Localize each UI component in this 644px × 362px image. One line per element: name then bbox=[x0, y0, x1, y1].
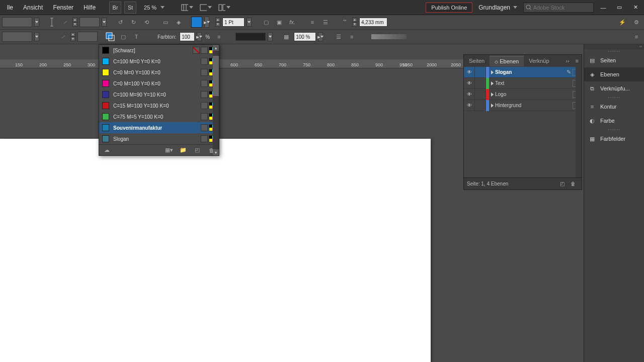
new-layer-icon[interactable]: ◰ bbox=[556, 178, 568, 190]
fill-swatch[interactable] bbox=[191, 17, 202, 28]
expand-icon[interactable] bbox=[491, 104, 494, 108]
para-style-field[interactable] bbox=[2, 32, 32, 42]
zoom-level[interactable]: 25 % bbox=[144, 5, 165, 11]
dock-item-swatches[interactable]: ▦Farbfelder bbox=[584, 132, 644, 146]
publish-online-button[interactable]: Publish Online bbox=[426, 3, 472, 13]
expand-icon[interactable] bbox=[491, 81, 494, 85]
value-spinner[interactable]: ▲▼ bbox=[70, 32, 75, 41]
collapse-icon[interactable]: ›› bbox=[562, 56, 572, 66]
lock-toggle[interactable] bbox=[475, 78, 486, 89]
visibility-toggle[interactable] bbox=[464, 89, 475, 100]
close-icon[interactable]: ✕ bbox=[629, 3, 642, 12]
dropdown-icon[interactable] bbox=[102, 18, 107, 27]
search-input[interactable] bbox=[533, 5, 591, 11]
rotate-cw-icon[interactable]: ↻ bbox=[128, 17, 139, 28]
new-group-icon[interactable]: ▦▾ bbox=[164, 145, 175, 156]
stroke-weight-input[interactable]: 1 Pt bbox=[222, 18, 245, 27]
layer-row[interactable]: Hintergrund bbox=[464, 100, 582, 111]
dock-item-pages[interactable]: ▤Seiten bbox=[584, 53, 644, 67]
expand-icon[interactable] bbox=[491, 70, 494, 74]
workspace-switcher[interactable]: Grundlagen bbox=[475, 4, 520, 11]
flash-icon[interactable]: ⚡ bbox=[617, 17, 628, 28]
value-field[interactable] bbox=[79, 17, 100, 27]
arrange-icon[interactable] bbox=[218, 2, 230, 14]
text-wrap-icon[interactable]: ☰ bbox=[320, 17, 331, 28]
select-container-icon[interactable]: ▭ bbox=[160, 17, 171, 28]
visibility-toggle[interactable] bbox=[464, 67, 475, 78]
tab-pages[interactable]: Seiten bbox=[464, 56, 490, 66]
crop-icon[interactable]: ⺌ bbox=[339, 17, 350, 28]
dock-item-color[interactable]: ◐Farbe bbox=[584, 114, 644, 128]
stock-search[interactable] bbox=[523, 3, 594, 13]
panel-menu-icon[interactable]: ≡ bbox=[631, 31, 642, 42]
swatch-row[interactable]: C=15 M=100 Y=100 K=0 bbox=[99, 100, 219, 111]
swatch-row[interactable]: [Schwarz] bbox=[99, 45, 219, 56]
document-page[interactable] bbox=[0, 139, 431, 362]
panel-menu-icon[interactable]: ≡ bbox=[573, 56, 582, 66]
value-field[interactable] bbox=[77, 32, 98, 42]
layer-name[interactable]: Slogan bbox=[489, 69, 565, 75]
lock-toggle[interactable] bbox=[475, 67, 486, 78]
dropdown-icon[interactable] bbox=[34, 32, 39, 41]
tab-links[interactable]: Verknüp bbox=[524, 56, 554, 66]
panel-menu-icon[interactable]: ≡ bbox=[213, 31, 224, 42]
bridge-icon[interactable]: Br bbox=[109, 2, 121, 14]
layer-row[interactable]: Text bbox=[464, 78, 582, 89]
char-style-field[interactable] bbox=[2, 17, 32, 27]
maximize-icon[interactable]: ▭ bbox=[613, 3, 626, 12]
menu-item[interactable]: Ansicht bbox=[18, 2, 48, 13]
swatch-row[interactable]: C=100 M=0 Y=0 K=0 bbox=[99, 56, 219, 67]
tint-dropdown[interactable]: ▸ bbox=[197, 32, 202, 41]
visibility-toggle[interactable] bbox=[464, 78, 475, 89]
opacity-dropdown[interactable]: ▸ bbox=[318, 32, 323, 41]
measure-spinner[interactable]: ▲▼ bbox=[352, 18, 357, 27]
swatch-row[interactable]: C=100 M=90 Y=10 K=0 bbox=[99, 89, 219, 100]
select-content-icon[interactable]: ◈ bbox=[173, 17, 184, 28]
stroke-style[interactable] bbox=[235, 33, 266, 41]
opacity-input[interactable]: 100 % bbox=[294, 32, 316, 41]
value-spinner[interactable]: ▲▼ bbox=[72, 18, 77, 27]
swatch-row[interactable]: C=75 M=5 Y=100 K=0 bbox=[99, 111, 219, 122]
cloud-icon[interactable]: ☁ bbox=[101, 145, 112, 156]
folder-icon[interactable]: 📁 bbox=[178, 145, 189, 156]
menu-item[interactable]: Fenster bbox=[48, 2, 78, 13]
slider[interactable] bbox=[371, 34, 407, 39]
trash-icon[interactable]: 🗑 bbox=[568, 178, 579, 190]
flip-icon[interactable]: ⟲ bbox=[141, 17, 152, 28]
constrain-icon[interactable] bbox=[46, 17, 57, 28]
fill-dropdown[interactable]: ▸ bbox=[204, 17, 209, 28]
stroke-weight-spinner[interactable]: ▲▼ bbox=[215, 18, 220, 27]
screen-mode-icon[interactable] bbox=[200, 2, 212, 14]
menu-item[interactable]: lle bbox=[2, 2, 18, 13]
align-icon[interactable]: ☰ bbox=[333, 31, 344, 42]
layer-row[interactable]: Slogan ✎ bbox=[464, 67, 582, 78]
tint-input[interactable]: 100 bbox=[180, 32, 195, 41]
swatch-row[interactable]: Slogan bbox=[99, 133, 219, 144]
lock-toggle[interactable] bbox=[475, 100, 486, 111]
new-swatch-icon[interactable]: ◰ bbox=[192, 145, 203, 156]
formatting-text-icon[interactable]: T bbox=[131, 31, 142, 42]
frame-icon[interactable]: ▣ bbox=[274, 17, 285, 28]
swatch-row[interactable]: Souvenirmanufaktur bbox=[99, 122, 219, 133]
layer-name[interactable]: Logo bbox=[489, 92, 573, 97]
formatting-container-icon[interactable]: ▢ bbox=[118, 31, 129, 42]
visibility-toggle[interactable] bbox=[464, 100, 475, 111]
dropdown-icon[interactable] bbox=[34, 18, 39, 27]
dock-item-links[interactable]: ⧉Verknüpfu... bbox=[584, 81, 644, 96]
menu-item[interactable]: Hilfe bbox=[78, 2, 101, 13]
layer-name[interactable]: Hintergrund bbox=[489, 103, 573, 108]
expand-icon[interactable] bbox=[491, 93, 494, 97]
swatch-row[interactable]: C=0 M=100 Y=0 K=0 bbox=[99, 78, 219, 89]
align-icon[interactable]: ≡ bbox=[346, 31, 357, 42]
corner-icon[interactable]: ▢ bbox=[261, 17, 272, 28]
fx-icon[interactable]: fx. bbox=[287, 17, 298, 28]
scrollbar[interactable] bbox=[576, 67, 582, 177]
minimize-icon[interactable]: — bbox=[597, 3, 610, 12]
layer-row[interactable]: Logo bbox=[464, 89, 582, 100]
tab-layers[interactable]: ◇ Ebenen bbox=[490, 56, 524, 66]
dropdown-icon[interactable] bbox=[268, 32, 273, 41]
dock-item-stroke[interactable]: ≡Kontur bbox=[584, 100, 644, 114]
stock-icon[interactable]: St bbox=[124, 2, 136, 14]
measure-input[interactable]: 4,233 mm bbox=[359, 18, 387, 27]
scrollbar[interactable]: ▲▼ bbox=[213, 45, 219, 155]
